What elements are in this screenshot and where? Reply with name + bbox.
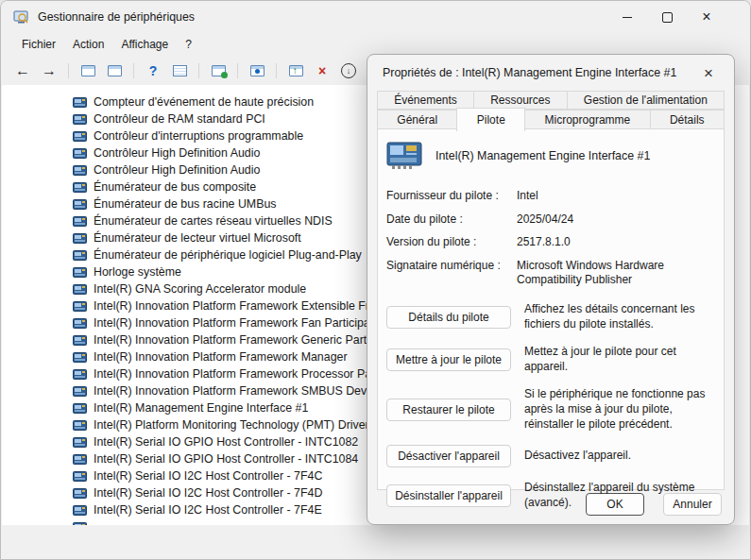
dialog-titlebar: Propriétés de : Intel(R) Management Engi… [367, 55, 734, 91]
tree-item-label: Intel(R) Innovation Platform Framework E… [94, 299, 385, 313]
tree-item-label: Contrôleur d'interruptions programmable [94, 129, 303, 143]
action-row-update-driver: Mettre à jour le piloteMettez à jour le … [386, 345, 716, 374]
tab-ressources[interactable]: Ressources [473, 91, 568, 110]
system-device-icon [73, 130, 87, 143]
tab-v-nements[interactable]: Événements [377, 91, 474, 110]
minimize-button[interactable] [607, 1, 647, 33]
app-icon [13, 10, 29, 25]
field-label: Fournisseur du pilote : [386, 189, 517, 204]
disable-device-button[interactable]: ↓ [338, 60, 359, 81]
tree-item-label: Intel(R) Serial IO GPIO Host Controller … [94, 452, 358, 466]
tree-item-label: Énumérateur de cartes réseau virtuelles … [94, 214, 333, 228]
menu-affichage[interactable]: Affichage [112, 35, 177, 54]
driver-actions: Détails du piloteAffichez les détails co… [378, 288, 724, 510]
close-icon[interactable]: × [698, 63, 719, 83]
properties-button[interactable] [169, 60, 190, 81]
tree-item-label: Intel(R) Platform Monitoring Technology … [94, 418, 369, 432]
dialog-title: Propriétés de : Intel(R) Management Engi… [383, 66, 676, 79]
disable-device-icon: ↓ [341, 63, 356, 78]
tab-gestion-de-l-alimentation[interactable]: Gestion de l'alimentation [567, 91, 725, 110]
tree-item-label: Intel(R) Serial IO I2C Host Controller -… [94, 503, 322, 517]
system-device-icon [73, 470, 87, 483]
tab-microprogramme[interactable]: Microprogramme [524, 110, 650, 129]
system-device-icon [73, 198, 87, 211]
system-device-icon [73, 487, 87, 500]
action-row-roll-back-driver: Restaurer le piloteSi le périphérique ne… [386, 387, 716, 432]
system-device-icon [73, 283, 87, 296]
uninstall-device-button[interactable]: Désinstaller l'appareil [386, 484, 511, 507]
roll-back-driver-description: Si le périphérique ne fonctionne pas apr… [524, 387, 716, 432]
console-tree-button[interactable] [77, 60, 98, 81]
menu-fichier[interactable]: Fichier [13, 35, 64, 54]
tree-item-label: Intel(R) Innovation Platform Framework M… [94, 350, 348, 364]
help-button[interactable]: ? [143, 60, 163, 81]
system-device-icon [73, 317, 87, 330]
system-device-icon [73, 266, 87, 279]
tree-item-label: Contrôleur High Definition Audio [94, 163, 260, 177]
system-device-icon [73, 402, 87, 415]
tree-item-label: Énumérateur de lecteur virtuel Microsoft [94, 231, 301, 245]
tree-item-label: Intel(R) Serial IO I2C Host Controller -… [94, 469, 322, 483]
toolbar-separator [276, 63, 277, 78]
export-list-button[interactable] [104, 60, 125, 81]
system-device-icon [73, 215, 87, 228]
console-tree-icon [81, 65, 95, 76]
tree-item-label: Intel(R) Innovation Platform Framework P… [94, 367, 381, 381]
update-driver-button[interactable]: Mettre à jour le pilote [386, 348, 511, 371]
remote-session-icon [250, 65, 265, 76]
driver-details-button[interactable]: Détails du pilote [386, 306, 511, 329]
remote-session-button[interactable] [247, 60, 267, 81]
tab-d-tails[interactable]: Détails [650, 110, 725, 129]
tab-pilote[interactable]: Pilote [456, 108, 525, 131]
action-row-driver-details: Détails du piloteAffichez les détails co… [386, 302, 716, 331]
system-device-icon [73, 249, 87, 262]
window-title: Gestionnaire de périphériques [38, 10, 195, 24]
tab-page-pilote: Intel(R) Management Engine Interface #1 … [377, 128, 725, 490]
forward-button[interactable]: → [39, 60, 60, 81]
menubar: FichierActionAffichage? [1, 33, 750, 56]
action-row-uninstall-device: Désinstaller l'appareilDésinstallez l'ap… [386, 481, 716, 510]
maximize-icon [662, 12, 673, 23]
system-device-icon [73, 436, 87, 449]
tree-item-label: Énumérateur de bus composite [94, 180, 256, 194]
tree-item-label: Intel(R) GNA Scoring Accelerator module [94, 282, 306, 296]
titlebar: Gestionnaire de périphériques × [1, 1, 750, 33]
close-icon: × [702, 9, 710, 25]
tree-item-label: Horloge système [94, 265, 181, 279]
export-list-icon [108, 65, 122, 76]
back-button[interactable]: ← [12, 60, 33, 81]
menu-[interactable]: ? [177, 35, 200, 54]
update-driver-button[interactable]: ↑ [285, 60, 306, 81]
uninstall-device-button[interactable]: × [312, 60, 333, 81]
disable-device-description: Désactivez l'appareil. [524, 449, 716, 464]
maximize-button[interactable] [647, 1, 687, 33]
tab-row-back: ÉvénementsRessourcesGestion de l'aliment… [377, 91, 725, 110]
device-name: Intel(R) Management Engine Interface #1 [435, 149, 650, 162]
toolbar-separator [133, 63, 134, 78]
tree-item-label: Compteur d'événement de haute précision [94, 95, 314, 109]
properties-icon [173, 65, 187, 76]
system-device-icon [73, 453, 87, 466]
tree-item-label: Énumérateur de bus racine UMBus [94, 197, 277, 211]
field-value: 2025/04/24 [517, 212, 714, 228]
tree-item-label: Contrôleur High Definition Audio [94, 146, 260, 160]
properties-dialog: Propriétés de : Intel(R) Management Engi… [367, 54, 735, 525]
menu-action[interactable]: Action [64, 35, 112, 54]
uninstall-device-icon: × [318, 64, 326, 77]
system-device-icon [73, 300, 87, 313]
scan-hardware-icon [212, 65, 226, 76]
system-device-icon [73, 96, 87, 109]
disable-device-button[interactable]: Désactiver l'appareil [386, 445, 511, 467]
toolbar-separator [68, 63, 69, 78]
system-device-icon [73, 164, 87, 177]
tree-item-label: Intel(R) Innovation Platform Framework F… [94, 316, 380, 330]
system-device-icon [73, 419, 87, 432]
update-driver-description: Mettez à jour le pilote pour cet apparei… [524, 345, 716, 374]
close-button[interactable]: × [687, 1, 726, 33]
roll-back-driver-button[interactable]: Restaurer le pilote [386, 399, 511, 421]
scan-hardware-changes-button[interactable] [208, 60, 229, 81]
device-icon [386, 141, 422, 170]
tab-g-n-ral[interactable]: Général [377, 110, 457, 129]
system-device-icon [73, 147, 87, 160]
tab-row-front: GénéralPiloteMicroprogrammeDétails [377, 110, 725, 129]
